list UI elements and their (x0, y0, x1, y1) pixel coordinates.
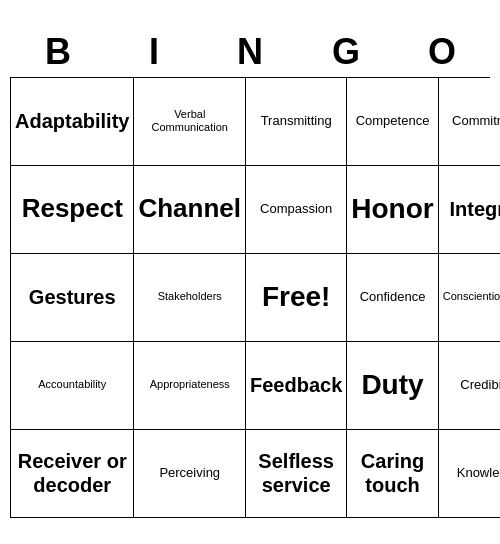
cell-label: Channel (138, 193, 241, 224)
grid-cell-r0-c1: Verbal Communication (134, 78, 246, 166)
grid-cell-r0-c4: Commitment (439, 78, 500, 166)
grid-cell-r3-c3: Duty (347, 342, 438, 430)
cell-label: Honor (351, 192, 433, 226)
cell-label: Stakeholders (158, 290, 222, 303)
cell-label: Feedback (250, 373, 342, 397)
grid-cell-r4-c4: Knowledge (439, 430, 500, 518)
grid-cell-r4-c0: Receiver or decoder (11, 430, 134, 518)
grid-cell-r1-c1: Channel (134, 166, 246, 254)
grid-cell-r4-c2: Selfless service (246, 430, 347, 518)
grid-cell-r4-c3: Caring touch (347, 430, 438, 518)
cell-label: Perceiving (159, 465, 220, 481)
cell-label: Transmitting (261, 113, 332, 129)
cell-label: Commitment (452, 113, 500, 129)
grid-cell-r1-c0: Respect (11, 166, 134, 254)
cell-label: Confidence (360, 289, 426, 305)
header-letter: G (298, 27, 394, 77)
cell-label: Free! (262, 280, 330, 314)
cell-label: Knowledge (457, 465, 500, 481)
grid-cell-r3-c4: Credibility (439, 342, 500, 430)
cell-label: Credibility (460, 377, 500, 393)
grid-cell-r2-c3: Confidence (347, 254, 438, 342)
grid-cell-r2-c0: Gestures (11, 254, 134, 342)
cell-label: Gestures (29, 285, 116, 309)
grid-cell-r0-c0: Adaptability (11, 78, 134, 166)
cell-label: Caring touch (351, 449, 433, 497)
bingo-header: BINGO (10, 27, 490, 77)
grid-cell-r3-c0: Accountability (11, 342, 134, 430)
cell-label: Adaptability (15, 109, 129, 133)
grid-cell-r2-c2: Free! (246, 254, 347, 342)
grid-cell-r1-c2: Compassion (246, 166, 347, 254)
grid-cell-r2-c4: Conscientiousness (439, 254, 500, 342)
grid-cell-r0-c3: Competence (347, 78, 438, 166)
bingo-card: BINGO AdaptabilityVerbal CommunicationTr… (10, 27, 490, 518)
grid-cell-r3-c1: Appropriateness (134, 342, 246, 430)
cell-label: Compassion (260, 201, 332, 217)
grid-cell-r3-c2: Feedback (246, 342, 347, 430)
cell-label: Competence (356, 113, 430, 129)
grid-cell-r1-c3: Honor (347, 166, 438, 254)
grid-cell-r1-c4: Integrity (439, 166, 500, 254)
cell-label: Receiver or decoder (15, 449, 129, 497)
cell-label: Verbal Communication (138, 108, 241, 134)
grid-cell-r2-c1: Stakeholders (134, 254, 246, 342)
cell-label: Duty (361, 368, 423, 402)
cell-label: Respect (22, 193, 123, 224)
cell-label: Selfless service (250, 449, 342, 497)
header-letter: I (106, 27, 202, 77)
cell-label: Accountability (38, 378, 106, 391)
cell-label: Integrity (449, 197, 500, 221)
cell-label: Appropriateness (150, 378, 230, 391)
header-letter: N (202, 27, 298, 77)
header-letter: B (10, 27, 106, 77)
grid-cell-r0-c2: Transmitting (246, 78, 347, 166)
grid-cell-r4-c1: Perceiving (134, 430, 246, 518)
cell-label: Conscientiousness (443, 290, 500, 303)
header-letter: O (394, 27, 490, 77)
bingo-grid: AdaptabilityVerbal CommunicationTransmit… (10, 77, 490, 518)
